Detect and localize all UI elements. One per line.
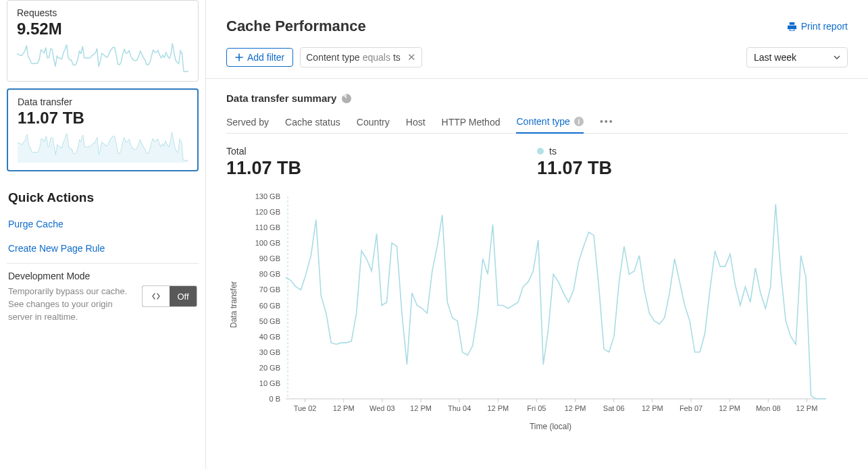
summary-title: Data transfer summary [226,92,336,104]
filter-row: Add filter Content type equals ts ✕ Last… [206,35,868,79]
data-transfer-chart[interactable]: 0 B10 GB20 GB30 GB40 GB50 GB60 GB70 GB80… [238,190,848,419]
svg-text:10 GB: 10 GB [259,379,280,387]
svg-text:60 GB: 60 GB [259,302,280,310]
pie-icon [342,94,351,103]
filter-chip-op: equals [363,52,390,63]
svg-text:50 GB: 50 GB [259,317,280,325]
svg-marker-0 [18,132,188,163]
toggle-arrows-icon [143,286,170,306]
svg-text:40 GB: 40 GB [259,333,280,341]
card-requests-value: 9.52M [17,20,188,38]
body: Data transfer summary Served byCache sta… [206,79,868,438]
chevron-down-icon [834,55,840,59]
devmode-description: Temporarily bypass our cache. See change… [8,285,136,324]
main: Cache Performance Print report Add filte… [206,0,868,469]
print-icon [787,22,797,32]
total-block: Total 11.07 TB [226,146,537,179]
print-report-link[interactable]: Print report [787,21,848,32]
toggle-off-label: Off [170,286,197,306]
sparkline-requests [17,41,188,74]
y-axis-label: Data transfer [226,190,238,419]
devmode-toggle[interactable]: Off [142,285,197,307]
svg-text:12 PM: 12 PM [796,404,818,412]
add-filter-button[interactable]: Add filter [226,48,293,67]
svg-text:30 GB: 30 GB [259,348,280,356]
segmentation-tabs: Served byCache statusCountryHostHTTP Met… [226,116,848,134]
card-data-transfer-value: 11.07 TB [18,109,188,128]
chart-area: Data transfer 0 B10 GB20 GB30 GB40 GB50 … [226,190,848,419]
card-requests[interactable]: Requests 9.52M [7,0,199,82]
tab-host[interactable]: Host [406,116,426,133]
filter-chip-field: Content type [306,52,359,63]
filter-chip-remove-icon[interactable]: ✕ [407,51,416,63]
svg-text:12 PM: 12 PM [487,404,509,412]
tab-content-type[interactable]: Content typei [516,116,583,134]
sidebar: Requests 9.52M Data transfer 11.07 TB Qu… [0,0,206,469]
page-title: Cache Performance [226,18,366,35]
svg-text:120 GB: 120 GB [255,208,280,216]
series-value: 11.07 TB [537,158,848,179]
plus-icon [235,53,243,61]
svg-text:Feb 07: Feb 07 [680,404,703,412]
svg-text:Wed 03: Wed 03 [369,404,395,412]
development-mode-section: Development Mode Temporarily bypass our … [7,264,199,327]
filter-chip-content-type[interactable]: Content type equals ts ✕ [300,47,422,67]
devmode-title: Development Mode [8,271,197,281]
svg-text:12 PM: 12 PM [333,404,355,412]
create-page-rule-link[interactable]: Create New Page Rule [7,236,199,260]
svg-text:70 GB: 70 GB [259,285,280,294]
card-data-transfer-label: Data transfer [18,96,188,107]
total-value: 11.07 TB [226,158,537,179]
svg-text:130 GB: 130 GB [255,192,280,200]
svg-text:Thu 04: Thu 04 [448,404,471,412]
series-label: ts [549,146,557,157]
legend-dot-icon [537,148,544,155]
tab-country[interactable]: Country [357,116,390,133]
svg-text:12 PM: 12 PM [565,404,586,412]
sparkline-data-transfer [18,130,188,163]
more-tabs-button[interactable]: ••• [600,116,614,133]
header: Cache Performance Print report [206,0,868,35]
svg-text:12 PM: 12 PM [642,404,663,412]
svg-text:90 GB: 90 GB [259,254,280,263]
time-range-select[interactable]: Last week [746,47,848,67]
totals-row: Total 11.07 TB ts 11.07 TB [226,146,848,179]
svg-text:100 GB: 100 GB [255,239,280,247]
svg-text:12 PM: 12 PM [410,404,432,412]
tab-served-by[interactable]: Served by [226,116,269,133]
filter-chip-value: ts [393,52,401,63]
svg-text:20 GB: 20 GB [259,364,280,372]
summary-title-row: Data transfer summary [226,92,848,104]
quick-actions-title: Quick Actions [8,190,197,205]
svg-text:12 PM: 12 PM [719,404,740,412]
svg-text:80 GB: 80 GB [259,270,280,278]
tab-cache-status[interactable]: Cache status [285,116,340,133]
x-axis-label: Time (local) [226,422,848,431]
svg-text:Sat 06: Sat 06 [603,404,625,412]
card-data-transfer[interactable]: Data transfer 11.07 TB [7,88,199,171]
svg-text:Fri 05: Fri 05 [527,404,546,412]
series-block: ts 11.07 TB [537,146,848,179]
tab-http-method[interactable]: HTTP Method [442,116,501,133]
time-range-value: Last week [754,52,796,63]
total-label: Total [226,146,537,157]
svg-text:Mon 08: Mon 08 [756,404,781,412]
print-label: Print report [801,21,848,32]
svg-text:Tue 02: Tue 02 [294,404,317,412]
add-filter-label: Add filter [247,52,284,63]
purge-cache-link[interactable]: Purge Cache [7,212,199,236]
info-icon[interactable]: i [574,117,584,126]
card-requests-label: Requests [17,7,188,18]
svg-text:110 GB: 110 GB [255,223,280,231]
svg-text:0 B: 0 B [269,395,280,403]
